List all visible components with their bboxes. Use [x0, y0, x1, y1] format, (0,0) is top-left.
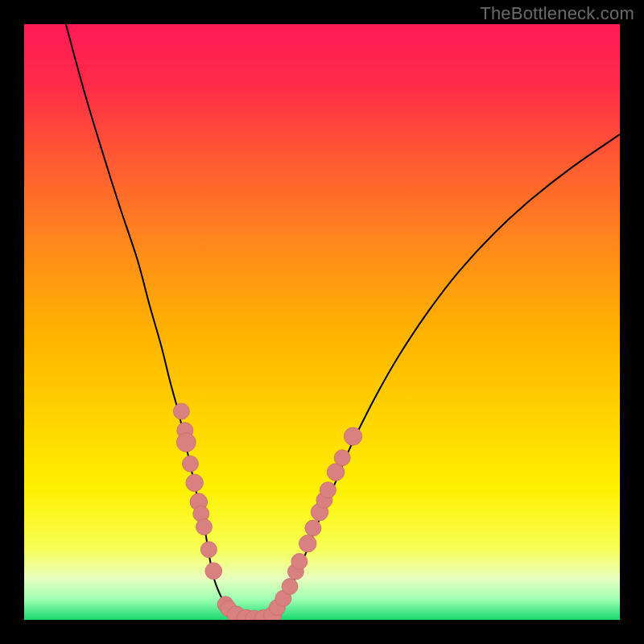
curve-marker	[299, 535, 316, 552]
curve-marker	[305, 520, 321, 536]
curve-marker	[186, 474, 203, 491]
curve-marker	[282, 579, 298, 595]
curve-marker	[176, 433, 196, 452]
curve-marker	[182, 456, 198, 472]
curve-marker	[196, 519, 212, 535]
curve-marker	[320, 482, 336, 498]
marker-layer	[173, 403, 361, 620]
curve-marker	[291, 553, 308, 569]
plot-area	[24, 24, 620, 620]
curve-marker	[205, 563, 222, 580]
watermark-text: TheBottleneck.com	[480, 3, 634, 24]
curve-path	[66, 24, 620, 619]
frame: TheBottleneck.com	[0, 0, 644, 644]
bottleneck-curve	[24, 24, 620, 620]
curve-marker	[334, 450, 350, 466]
curve-marker	[200, 542, 217, 558]
curve-marker	[173, 403, 189, 419]
curve-marker	[344, 427, 361, 445]
